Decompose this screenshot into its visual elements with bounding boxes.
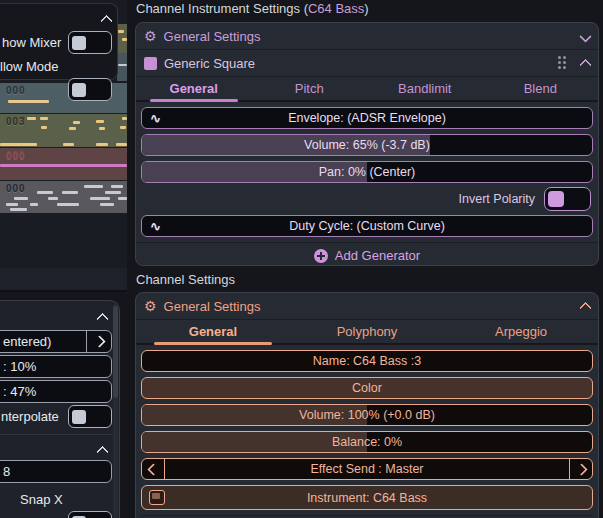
volume-slider[interactable]: Volume: 65% (-3.7 dB) — [141, 134, 593, 156]
channel-volume-value: Volume: 100% (+0.0 dB) — [299, 408, 435, 422]
note-dash — [48, 197, 58, 200]
channel-balance-value: Balance: 0% — [332, 435, 402, 449]
general-settings-header[interactable]: ⚙ General Settings — [136, 23, 598, 50]
instrument-swatch-icon — [149, 490, 165, 505]
channel-tabs: General Polyphony Arpeggio — [136, 320, 598, 345]
envelope-label: Envelope: (ADSR Envelope) — [288, 111, 446, 125]
collapse-chevron-icon[interactable] — [102, 10, 111, 28]
add-generator-button[interactable]: Add Generator — [136, 242, 598, 268]
pan-slider[interactable]: Pan: 0% (Center) — [141, 161, 593, 183]
volume-value: Volume: 65% (-3.7 dB) — [304, 138, 430, 152]
note-dash — [8, 100, 49, 103]
pattern-clip-label: 000 — [6, 150, 26, 161]
channel-name-button[interactable]: Name: C64 Bass :3 — [141, 350, 593, 372]
pattern-clip[interactable]: 000 — [0, 181, 127, 213]
show-mixer-label: how Mixer — [2, 35, 61, 50]
value-47-label: : 47% — [0, 384, 36, 399]
chevron-up-icon[interactable] — [581, 297, 590, 315]
panel-collapse-chevron-icon[interactable] — [98, 308, 107, 326]
gear-icon: ⚙ — [144, 299, 157, 313]
channel-color-button[interactable]: Color — [141, 377, 593, 399]
chevron-down-icon[interactable] — [581, 27, 590, 45]
generator-header[interactable]: Generic Square — [136, 50, 598, 77]
note-dash — [14, 197, 28, 200]
pattern-clip-fragment[interactable] — [117, 24, 127, 53]
instrument-select-button[interactable]: Instrument: C64 Bass — [141, 485, 593, 510]
note-dash — [90, 197, 110, 200]
tool-panel-scrollbar-thumb[interactable] — [113, 306, 118, 398]
tab-polyphony[interactable]: Polyphony — [290, 320, 444, 343]
playlist-toolbar-strip — [0, 268, 127, 292]
note-dash — [96, 143, 108, 146]
instrument-value: Instrument: C64 Bass — [307, 491, 427, 505]
instrument-settings-title: Channel Instrument Settings (C64 Bass) — [136, 1, 369, 16]
snap-x-toggle[interactable] — [68, 511, 112, 518]
note-dash — [99, 127, 105, 130]
channel-name-value: Name: C64 Bass :3 — [313, 354, 421, 368]
next-option-button[interactable] — [86, 331, 111, 352]
toggle-knob — [72, 36, 86, 50]
note-dash — [116, 143, 127, 146]
grid-size-row[interactable]: 8 — [0, 460, 112, 483]
gear-icon: ⚙ — [144, 29, 157, 43]
channel-balance-slider[interactable]: Balance: 0% — [141, 431, 593, 453]
note-dash — [118, 64, 127, 66]
channel-general-settings-label: General Settings — [164, 299, 261, 314]
note-dash — [62, 191, 78, 194]
chevron-left-icon — [147, 463, 160, 476]
note-dash — [63, 143, 74, 146]
generator-tabs: General Pitch Bandlimit Blend — [136, 77, 598, 102]
envelope-button[interactable]: ∿ Envelope: (ADSR Envelope) — [141, 107, 593, 129]
interpolate-toggle[interactable] — [68, 405, 112, 428]
tab-general[interactable]: General — [136, 77, 252, 100]
general-settings-label: General Settings — [164, 29, 261, 44]
title-suffix: ) — [364, 1, 368, 16]
note-dash — [27, 117, 36, 120]
duty-cycle-button[interactable]: ∿ Duty Cycle: (Custom Curve) — [141, 215, 593, 237]
tool-panel-divider — [0, 434, 118, 435]
note-dash — [122, 38, 127, 41]
tab-general[interactable]: General — [136, 320, 290, 343]
note-dash — [105, 191, 121, 194]
invert-polarity-row: Invert Polarity — [141, 188, 593, 210]
effect-send-next-button[interactable] — [569, 459, 592, 479]
note-dash — [30, 203, 38, 206]
channel-volume-slider[interactable]: Volume: 100% (+0.0 dB) — [141, 404, 593, 426]
effect-send-value: Effect Send : Master — [165, 462, 569, 476]
snap-x-label: Snap X — [20, 492, 63, 507]
note-dash — [0, 164, 127, 167]
tab-blend[interactable]: Blend — [483, 77, 599, 100]
tab-bandlimit[interactable]: Bandlimit — [367, 77, 483, 100]
generator-controls: ∿ Envelope: (ADSR Envelope) Volume: 65% … — [136, 102, 598, 237]
pattern-clip[interactable]: 000 — [0, 148, 127, 180]
pattern-clip[interactable]: 003 — [0, 114, 127, 147]
tab-arpeggio[interactable]: Arpeggio — [444, 320, 598, 343]
effect-send-prev-button[interactable] — [142, 459, 165, 479]
pattern-clip-fragment[interactable] — [117, 53, 127, 81]
value-10-row[interactable]: : 10% — [0, 355, 112, 378]
centered-select-row[interactable]: entered) — [0, 330, 112, 353]
follow-mode-toggle[interactable] — [68, 78, 112, 101]
plus-circle-icon — [314, 249, 328, 263]
app-root: { "icons": { "gear": "⚙", "sine": "∿" },… — [0, 0, 603, 518]
value-47-row[interactable]: : 47% — [0, 380, 112, 403]
invert-polarity-label: Invert Polarity — [459, 192, 535, 206]
interpolate-label: nterpolate — [1, 409, 59, 424]
note-dash — [96, 120, 104, 123]
value-10-label: : 10% — [0, 359, 36, 374]
tab-pitch[interactable]: Pitch — [252, 77, 368, 100]
note-dash — [120, 126, 126, 129]
square-generator-icon — [144, 57, 157, 70]
invert-polarity-toggle[interactable] — [544, 187, 591, 211]
centered-value: entered) — [0, 334, 51, 349]
grid-size-value: 8 — [0, 464, 10, 479]
channel-general-settings-header[interactable]: ⚙ General Settings — [136, 293, 598, 320]
show-mixer-toggle[interactable] — [68, 31, 112, 54]
add-generator-label: Add Generator — [335, 248, 420, 263]
note-dash — [73, 121, 80, 124]
subsection-collapse-chevron-icon[interactable] — [98, 441, 107, 459]
chevron-up-icon[interactable] — [581, 54, 590, 72]
drag-handle-icon[interactable] — [558, 56, 568, 71]
pattern-clip-label: 000 — [6, 183, 26, 194]
toggle-knob — [72, 83, 86, 97]
